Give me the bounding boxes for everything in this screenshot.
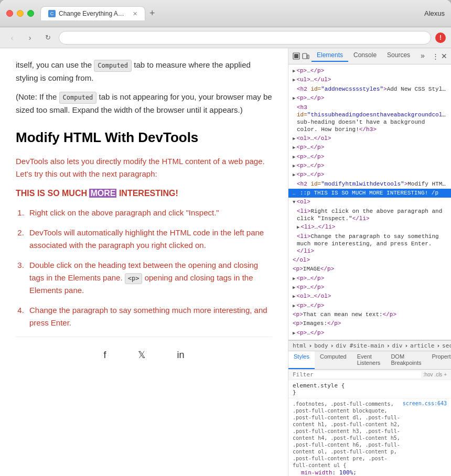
new-tab-button[interactable]: + (145, 8, 159, 19)
element-line[interactable]: <li>Right click on the above paragraph a… (288, 207, 451, 223)
intro-paragraph: DevTools also lets you directly modify t… (16, 155, 272, 180)
expand-icon: ▶ (293, 285, 295, 290)
maximize-button[interactable] (27, 10, 34, 17)
highlight-paragraph: THIS IS SO MUCH MORE INTERESTING! (16, 187, 272, 200)
filter-hint: :hov .cls + (423, 372, 447, 377)
element-line[interactable]: ▶<p>…</p> (288, 67, 451, 75)
element-line[interactable]: <h3 id="thissubheadingdoesnthaveabackgro… (288, 103, 451, 134)
tab-close-icon[interactable]: ✕ (133, 10, 137, 17)
styles-panel-container: Styles Computed Event Listeners DOM Brea… (288, 351, 451, 476)
devtools-close-button[interactable]: ✕ (441, 50, 447, 62)
paragraph-computed-tab: itself, you can use the Computed tab to … (16, 59, 272, 84)
element-line[interactable]: ▶<li>…</li> (288, 223, 451, 232)
breadcrumb-bar: html › body › div #site-main › div › art… (288, 340, 451, 351)
expand-icon: ▶ (293, 96, 295, 101)
styles-panel: element.style { } .footnotes, .post-full… (288, 380, 451, 476)
forward-button[interactable]: › (23, 31, 37, 45)
element-line[interactable]: ▶<ol>…</ol> (288, 134, 451, 143)
css-rule-post-full-content: .footnotes, .post-full-comments, .post-f… (288, 398, 451, 476)
tab-elements[interactable]: Elements (312, 50, 348, 62)
css-rule-element-style: element.style { } (288, 380, 451, 398)
minimize-button[interactable] (17, 10, 24, 17)
browser-window: C Change Everything About thi… ✕ + Alexu… (0, 0, 451, 476)
expand-icon: ▶ (293, 155, 295, 160)
svg-rect-2 (303, 53, 307, 59)
element-line[interactable]: ▶<p>…</p> (288, 153, 451, 161)
tab-console[interactable]: Console (348, 50, 382, 62)
element-line[interactable]: ▶<p>…</p> (288, 143, 451, 152)
webpage-content: itself, you can use the Computed tab to … (0, 48, 288, 476)
element-line[interactable]: ▶<ul>…</ul> (288, 75, 451, 84)
expand-icon: ▶ (293, 331, 295, 336)
styles-tab-styles[interactable]: Styles (288, 351, 315, 369)
element-line[interactable]: </ol> (288, 256, 451, 265)
breadcrumb-html[interactable]: html (293, 342, 307, 349)
css-prop-min-width: min-width: 100%; (293, 469, 447, 476)
back-button[interactable]: ‹ (5, 31, 19, 45)
styles-filter-input[interactable] (293, 371, 421, 378)
paragraph-note: (Note: If the Computed tab is not appear… (16, 91, 272, 116)
facebook-icon: f (103, 348, 106, 363)
tab-active[interactable]: C Change Everything About thi… ✕ (40, 6, 145, 20)
element-line[interactable]: ▶<p>…</p> (288, 301, 451, 310)
element-line[interactable]: ▼<ol> (288, 198, 451, 207)
devtools-more-button[interactable]: ⋮ (432, 50, 439, 62)
svg-rect-3 (307, 55, 309, 59)
expand-icon: ▶ (293, 172, 295, 178)
breadcrumb-section[interactable]: section (442, 342, 451, 349)
reload-button[interactable]: ↻ (41, 31, 55, 45)
close-button[interactable] (6, 10, 13, 17)
breadcrumb-div[interactable]: div (392, 342, 403, 349)
breadcrumb-div-site-main[interactable]: div #site-main (336, 342, 384, 349)
element-line[interactable]: ▶<p>…</p> (288, 274, 451, 283)
styles-tab-event-listeners[interactable]: Event Listeners (352, 351, 386, 369)
inspect-element-button[interactable] (293, 50, 300, 62)
responsive-button[interactable] (302, 50, 309, 62)
twitter-icon: 𝕏 (138, 348, 146, 363)
styles-tab-properties[interactable]: Properties (426, 351, 451, 369)
element-line[interactable]: ▶<p>…</p> (288, 94, 451, 103)
main-area: itself, you can use the Computed tab to … (0, 48, 451, 476)
linkedin-icon: in (177, 348, 185, 363)
computed-badge-1: Computed (94, 60, 132, 72)
svg-rect-1 (294, 54, 298, 58)
css-selector: element.style { (293, 382, 447, 389)
tab-title: Change Everything About thi… (59, 10, 127, 17)
element-line[interactable]: ▶<ol>…</ol> (288, 292, 451, 301)
expand-icon: ▶ (293, 276, 295, 282)
tab-sources[interactable]: Sources (382, 50, 415, 62)
list-item-1: Right click on the above paragraph and c… (26, 207, 272, 219)
expand-icon: ▼ (293, 200, 295, 205)
section-heading: Modify HTML With DevTools (16, 127, 272, 149)
breadcrumb-article[interactable]: article (410, 342, 434, 349)
element-line[interactable]: <h2 id="modifyhtmlwithdevtools">Modify H… (288, 180, 451, 189)
element-line-selected[interactable]: … ::p THIS IS SO MUCH MORE INTERESTING! … (288, 189, 451, 198)
element-line[interactable]: <p>That can mean new text:</p> (288, 310, 451, 319)
element-line[interactable]: <li>Change the paragraph to say somethin… (288, 232, 451, 256)
url-bar: ‹ › ↻ ! (0, 27, 451, 48)
expand-icon: ▶ (293, 304, 295, 309)
devtools-panel: Elements Console Sources » ⋮ ✕ ▶<p>…</p>… (288, 48, 451, 476)
url-input[interactable] (59, 31, 431, 45)
element-line[interactable]: <p>Images:</p> (288, 319, 451, 328)
element-line[interactable]: ▶<p>…</p> (288, 170, 451, 179)
breadcrumb-body[interactable]: body (314, 342, 328, 349)
element-line[interactable]: <p>IMAGE</p> (288, 265, 451, 274)
element-line[interactable]: ▶<p>…</p> (288, 329, 451, 338)
element-line[interactable]: ▶<p>…</p> (288, 161, 451, 170)
element-line[interactable]: <h2 id="addnewcsssstyles">Add New CSS St… (288, 85, 451, 94)
expand-icon: ▶ (293, 136, 295, 142)
footer-social-icons: f 𝕏 in (16, 337, 272, 373)
titlebar: C Change Everything About thi… ✕ + Alexu… (0, 0, 451, 27)
styles-tab-dom-breakpoints[interactable]: DOM Breakpoints (385, 351, 426, 369)
elements-panel[interactable]: ▶<p>…</p> ▶<ul>…</ul> <h2 id="addnewcsss… (288, 64, 451, 340)
traffic-lights (6, 10, 34, 17)
styles-tabs: Styles Computed Event Listeners DOM Brea… (288, 351, 451, 370)
element-line[interactable]: ▶<p>…</p> (288, 283, 451, 292)
css-source-link[interactable]: .footnotes, .post-full-comments, .post-f… (293, 401, 447, 469)
security-icon: ! (435, 33, 446, 43)
tab-more[interactable]: » (415, 50, 430, 62)
expand-icon: ▶ (293, 78, 295, 83)
styles-tab-computed[interactable]: Computed (315, 351, 352, 369)
user-name: Alexus (424, 9, 445, 17)
